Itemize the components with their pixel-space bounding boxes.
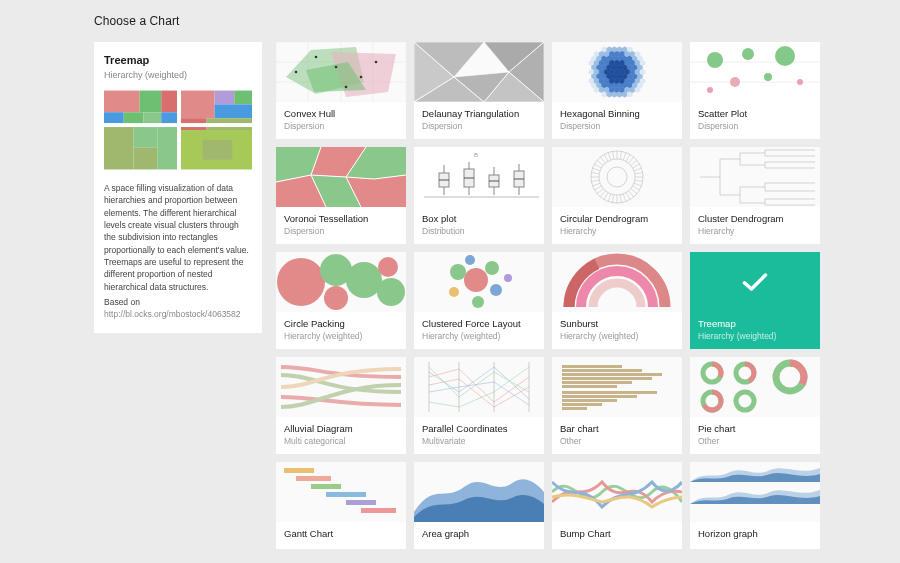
chart-thumbnail xyxy=(276,357,406,417)
svg-rect-13 xyxy=(234,91,252,105)
detail-thumbnail xyxy=(104,90,252,170)
svg-line-181 xyxy=(635,180,643,181)
detail-based-label: Based on xyxy=(104,297,252,307)
detail-source-link[interactable]: http://bl.ocks.org/mbostock/4063582 xyxy=(104,309,241,319)
chart-card-clustdendro[interactable]: Cluster DendrogramHierarchy xyxy=(690,147,820,244)
chart-card-subtitle: Distribution xyxy=(422,226,536,236)
chart-card-boxplot[interactable]: B Box plotDistribution xyxy=(414,147,544,244)
svg-line-182 xyxy=(634,183,642,186)
chart-card-title: Circular Dendrogram xyxy=(560,213,674,224)
chart-thumbnail xyxy=(414,357,544,417)
svg-line-184 xyxy=(631,189,637,194)
svg-line-200 xyxy=(593,168,601,171)
chart-card-treemap[interactable]: TreemapHierarchy (weighted) xyxy=(690,252,820,349)
svg-rect-244 xyxy=(562,407,587,410)
chart-card-force[interactable]: Clustered Force LayoutHierarchy (weighte… xyxy=(414,252,544,349)
svg-rect-0 xyxy=(104,91,140,113)
svg-line-201 xyxy=(595,164,602,168)
svg-line-197 xyxy=(591,180,599,181)
svg-point-222 xyxy=(464,268,488,292)
chart-card-barchart[interactable]: Bar chartOther xyxy=(552,357,682,454)
svg-point-249 xyxy=(736,392,754,410)
chart-card-title: Sunburst xyxy=(560,318,674,329)
svg-point-153 xyxy=(764,73,772,81)
chart-card-piechart[interactable]: Pie chartOther xyxy=(690,357,820,454)
chart-card-delaunay[interactable]: Delaunay TriangulationDispersion xyxy=(414,42,544,139)
svg-point-225 xyxy=(490,284,502,296)
chart-thumbnail xyxy=(690,462,820,522)
chart-card-convexhull[interactable]: Convex HullDispersion xyxy=(276,42,406,139)
chart-card-horizon[interactable]: Horizon graph xyxy=(690,462,820,549)
chart-card-hexbin[interactable]: Hexagonal BinningDispersion xyxy=(552,42,682,139)
svg-line-186 xyxy=(626,193,630,200)
chart-card-title: Delaunay Triangulation xyxy=(422,108,536,119)
svg-rect-146 xyxy=(690,42,820,102)
chart-card-gantt[interactable]: Gantt Chart xyxy=(276,462,406,549)
detail-panel: Treemap Hierarchy (weighted) xyxy=(94,42,262,333)
chart-card-subtitle: Other xyxy=(698,436,812,446)
svg-point-219 xyxy=(346,262,382,298)
svg-rect-239 xyxy=(562,365,622,368)
chart-card-subtitle: Hierarchy xyxy=(698,226,812,236)
detail-title: Treemap xyxy=(104,54,252,66)
chart-thumbnail xyxy=(690,42,820,102)
svg-rect-251 xyxy=(296,476,331,481)
svg-rect-12 xyxy=(215,91,235,105)
chart-card-circdendro[interactable]: Circular DendrogramHierarchy xyxy=(552,147,682,244)
chart-card-title: Alluvial Diagram xyxy=(284,423,398,434)
chart-card-parcoords[interactable]: Parallel CoordinatesMultivariate xyxy=(414,357,544,454)
svg-line-190 xyxy=(613,195,614,203)
svg-line-183 xyxy=(633,186,640,190)
svg-line-206 xyxy=(613,151,614,159)
svg-point-34 xyxy=(375,61,378,64)
svg-point-227 xyxy=(472,296,484,308)
svg-point-228 xyxy=(504,274,512,282)
svg-line-208 xyxy=(620,151,621,159)
chart-thumbnail xyxy=(276,252,406,312)
svg-point-149 xyxy=(707,52,723,68)
svg-line-204 xyxy=(604,155,608,162)
svg-rect-14 xyxy=(215,104,252,118)
chart-card-sunburst[interactable]: SunburstHierarchy (weighted) xyxy=(552,252,682,349)
svg-line-187 xyxy=(623,194,626,202)
chart-card-title: Bar chart xyxy=(560,423,674,434)
chart-card-subtitle: Multivariate xyxy=(422,436,536,446)
chart-thumbnail xyxy=(552,462,682,522)
svg-line-211 xyxy=(629,157,634,163)
chart-grid: Convex HullDispersion Delaunay Triangula… xyxy=(276,42,820,549)
chart-thumbnail xyxy=(690,147,820,207)
chart-card-title: Horizon graph xyxy=(698,528,812,539)
chart-card-area[interactable]: Area graph xyxy=(414,462,544,549)
chart-thumbnail: B xyxy=(414,147,544,207)
svg-line-205 xyxy=(608,153,611,161)
svg-line-202 xyxy=(597,160,603,165)
svg-line-185 xyxy=(629,191,634,197)
detail-subtitle: Hierarchy (weighted) xyxy=(104,70,252,80)
svg-point-33 xyxy=(360,76,363,79)
svg-point-32 xyxy=(335,66,338,69)
chart-card-title: Scatter Plot xyxy=(698,108,812,119)
svg-rect-9 xyxy=(134,148,158,170)
svg-point-30 xyxy=(295,71,298,74)
svg-line-188 xyxy=(620,195,621,203)
chart-card-title: Pie chart xyxy=(698,423,812,434)
svg-line-199 xyxy=(591,173,599,174)
chart-card-title: Hexagonal Binning xyxy=(560,108,674,119)
chart-card-scatter[interactable]: Scatter PlotDispersion xyxy=(690,42,820,139)
chart-card-bump[interactable]: Bump Chart xyxy=(552,462,682,549)
chart-card-circlepack[interactable]: Circle PackingHierarchy (weighted) xyxy=(276,252,406,349)
chart-card-title: Area graph xyxy=(422,528,536,539)
chart-card-subtitle: Hierarchy (weighted) xyxy=(284,331,398,341)
chart-card-voronoi[interactable]: Voronoi TessellationDispersion xyxy=(276,147,406,244)
chart-thumbnail xyxy=(552,357,682,417)
svg-rect-243 xyxy=(562,403,602,406)
svg-line-192 xyxy=(604,193,608,200)
chart-card-alluvial[interactable]: Alluvial DiagramMulti categorical xyxy=(276,357,406,454)
page-title: Choose a Chart xyxy=(94,14,852,28)
svg-rect-253 xyxy=(326,492,366,497)
svg-line-214 xyxy=(634,168,642,171)
svg-text:B: B xyxy=(474,152,478,158)
svg-point-152 xyxy=(730,77,740,87)
chart-thumbnail xyxy=(414,252,544,312)
svg-point-151 xyxy=(775,46,795,66)
